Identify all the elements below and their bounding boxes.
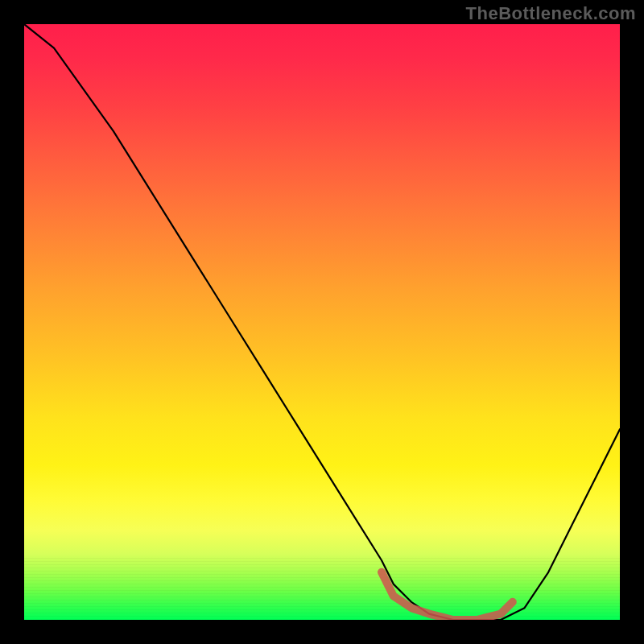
- chart-container: TheBottleneck.com: [0, 0, 644, 644]
- watermark-text: TheBottleneck.com: [466, 3, 636, 24]
- chart-svg: [24, 24, 620, 620]
- optimal-range-highlight-path: [382, 572, 513, 620]
- plot-area: [24, 24, 620, 620]
- bottleneck-curve-path: [24, 24, 620, 620]
